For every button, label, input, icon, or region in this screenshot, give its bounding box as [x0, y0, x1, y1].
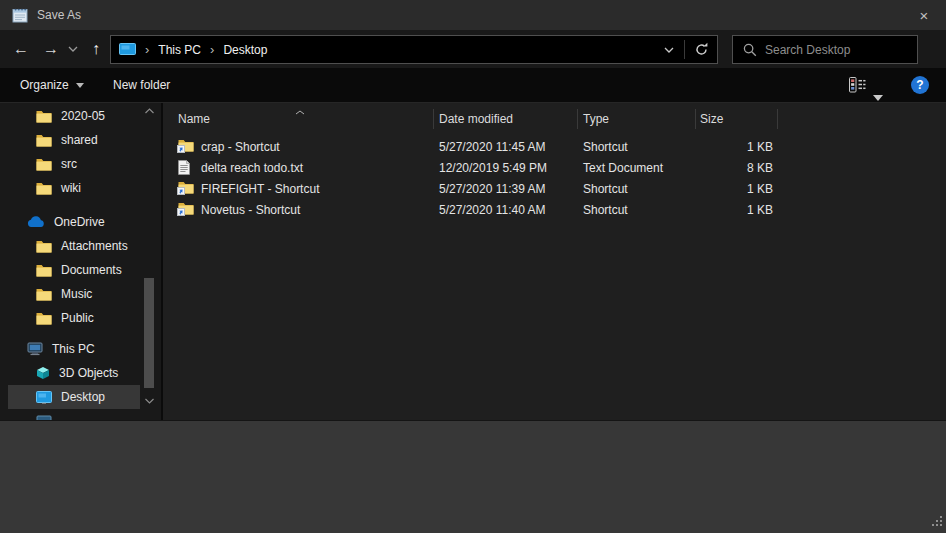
new-folder-button[interactable]: New folder — [113, 68, 170, 102]
file-row-delta-reach-todo[interactable]: delta reach todo.txt 12/20/2019 5:49 PM … — [163, 157, 946, 178]
dropdown-arrow-icon — [873, 95, 883, 101]
folder-icon — [36, 134, 52, 147]
chevron-down-icon — [145, 398, 154, 404]
sidebar-item-wiki[interactable]: wiki — [0, 176, 142, 200]
column-header-size[interactable]: Size — [700, 107, 723, 130]
address-bar[interactable]: › This PC › Desktop — [110, 35, 718, 64]
file-row-crap-shortcut[interactable]: crap - Shortcut 5/27/2020 11:45 AM Short… — [163, 136, 946, 157]
breadcrumb-separator: › — [145, 42, 149, 57]
close-button[interactable]: × — [902, 0, 946, 30]
sidebar-item-partial[interactable] — [0, 409, 142, 420]
3d-cube-icon — [36, 366, 50, 380]
details-view-icon — [849, 77, 866, 93]
column-divider[interactable] — [433, 109, 434, 129]
help-button[interactable]: ? — [911, 76, 929, 94]
dropdown-arrow-icon — [76, 83, 84, 88]
search-input[interactable] — [765, 43, 917, 57]
folder-shortcut-icon — [178, 199, 195, 220]
scroll-down-button[interactable] — [144, 397, 154, 405]
sidebar-item-desktop[interactable]: Desktop — [8, 385, 140, 409]
sidebar-item-2020-05[interactable]: 2020-05 — [0, 104, 142, 128]
sidebar-scrollbar[interactable] — [142, 103, 156, 420]
file-row-novetus-shortcut[interactable]: Novetus - Shortcut 5/27/2020 11:40 AM Sh… — [163, 199, 946, 220]
column-divider[interactable] — [777, 109, 778, 129]
dialog-body: 2020-05 shared src wiki OneDrive Attachm… — [0, 103, 946, 420]
breadcrumb-this-pc[interactable]: This PC — [158, 43, 201, 57]
column-header-type[interactable]: Type — [583, 107, 609, 130]
folder-icon — [36, 240, 52, 253]
sidebar-item-onedrive[interactable]: OneDrive — [0, 210, 142, 234]
organize-button[interactable]: Organize — [20, 68, 84, 102]
chevron-down-icon — [664, 47, 674, 53]
forward-button[interactable]: → — [38, 30, 64, 68]
navigation-pane: 2020-05 shared src wiki OneDrive Attachm… — [0, 103, 161, 420]
organize-label: Organize — [20, 78, 69, 92]
file-list: Name Date modified Type Size crap - Shor… — [163, 103, 946, 420]
sort-ascending-icon — [295, 104, 305, 118]
chevron-up-icon — [145, 108, 154, 114]
save-options-panel: File name: Save as type: Text Documents … — [0, 420, 946, 533]
computer-icon — [27, 342, 43, 356]
column-header-name[interactable]: Name — [178, 107, 210, 130]
scrollbar-thumb[interactable] — [144, 278, 154, 388]
this-pc-icon — [119, 43, 136, 56]
sidebar-item-public[interactable]: Public — [0, 306, 142, 330]
column-header-date-modified[interactable]: Date modified — [439, 107, 513, 130]
desktop-monitor-icon — [36, 391, 52, 404]
notepad-icon — [11, 6, 29, 24]
column-divider[interactable] — [577, 109, 578, 129]
file-row-firefight-shortcut[interactable]: FIREFIGHT - Shortcut 5/27/2020 11:39 AM … — [163, 178, 946, 199]
breadcrumb-desktop[interactable]: Desktop — [223, 43, 267, 57]
column-divider[interactable] — [695, 109, 696, 129]
folder-icon — [36, 288, 52, 301]
search-icon — [743, 43, 757, 57]
folder-icon — [36, 110, 52, 123]
onedrive-cloud-icon — [27, 216, 45, 228]
sidebar-item-documents[interactable]: Documents — [0, 258, 142, 282]
refresh-button[interactable] — [685, 36, 717, 63]
folder-shortcut-icon — [178, 136, 195, 157]
folder-icon — [36, 264, 52, 277]
scroll-up-button[interactable] — [144, 107, 154, 115]
refresh-icon — [694, 42, 709, 57]
save-as-dialog: Save As × ← → ↑ › This PC › Desktop — [0, 0, 946, 533]
back-button[interactable]: ← — [8, 30, 34, 68]
folder-icon — [36, 182, 52, 195]
command-toolbar: Organize New folder ? — [0, 68, 946, 103]
title-bar: Save As × — [0, 0, 946, 30]
new-folder-label: New folder — [113, 78, 170, 92]
change-view-button[interactable] — [849, 77, 866, 93]
sidebar-item-shared[interactable]: shared — [0, 128, 142, 152]
window-title: Save As — [37, 8, 81, 22]
folder-icon — [36, 312, 52, 325]
sidebar-item-this-pc[interactable]: This PC — [0, 337, 142, 361]
sidebar-item-attachments[interactable]: Attachments — [0, 234, 142, 258]
resize-grip[interactable] — [931, 515, 943, 530]
sidebar-item-src[interactable]: src — [0, 152, 142, 176]
recent-locations-chevron[interactable] — [64, 30, 82, 68]
chevron-down-icon — [68, 46, 78, 52]
navigation-bar: ← → ↑ › This PC › Desktop — [0, 30, 946, 68]
breadcrumb-separator: › — [210, 42, 214, 57]
sidebar-item-3d-objects[interactable]: 3D Objects — [0, 361, 142, 385]
address-dropdown-button[interactable] — [654, 36, 684, 63]
text-document-icon — [178, 157, 195, 178]
up-button[interactable]: ↑ — [84, 30, 108, 68]
folder-icon — [36, 158, 52, 171]
sidebar-item-music[interactable]: Music — [0, 282, 142, 306]
search-box — [732, 35, 918, 64]
folder-shortcut-icon — [178, 178, 195, 199]
